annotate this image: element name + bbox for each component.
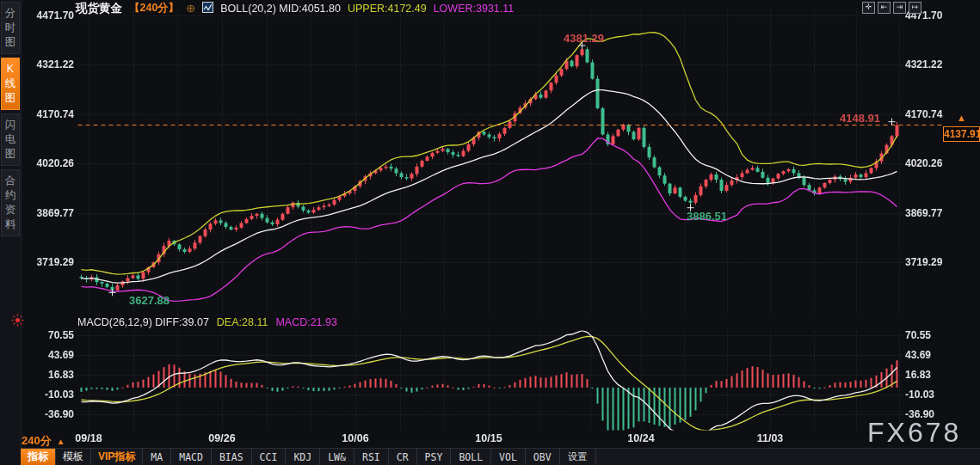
timeframe-label: 240分	[22, 433, 52, 449]
toolbar-button-1[interactable]: 指标	[21, 449, 56, 465]
indicator-button-[interactable]: 设置	[560, 449, 596, 465]
sidebar-tab-2[interactable]: K线图	[1, 58, 20, 110]
macd-header: MACD(26,12,9) DIFF:39.07 DEA:28.11 MACD:…	[77, 316, 337, 328]
main-y-tick-left: 4020.26	[26, 157, 74, 169]
x-axis-date: 09/18	[63, 432, 114, 444]
macd-y-tick-right: 70.55	[905, 329, 953, 341]
boll-upper-readout: UPPER:4172.49	[348, 3, 427, 15]
main-y-tick-left: 3869.77	[26, 207, 74, 219]
indicator-button-cr[interactable]: CR	[389, 449, 417, 465]
macd-y-tick-left: 16.83	[26, 369, 74, 381]
compress-x-tool-icon[interactable]: ⇤	[878, 2, 891, 14]
trough-price-annotation: 3886.51	[687, 210, 727, 223]
macd-y-tick-left: 43.69	[26, 349, 74, 361]
sidebar-tabs: 分时图K线图闪电图合约资料	[0, 2, 21, 236]
indicator-button-bias[interactable]: BIAS	[212, 449, 252, 465]
macd-dea-readout: DEA:28.11	[217, 316, 268, 328]
timeframe-arrow-icon: ▲	[57, 437, 65, 446]
timeframe-selector[interactable]: 240分 ▲	[22, 433, 65, 449]
toolbar-button-3[interactable]: VIP指标	[91, 449, 143, 465]
x-axis-date: 11/03	[744, 432, 796, 444]
macd-y-tick-left: -10.03	[26, 389, 74, 401]
indicator-button-psy[interactable]: PSY	[417, 449, 452, 465]
indicator-button-cci[interactable]: CCI	[252, 449, 287, 465]
chart-canvas[interactable]	[0, 0, 980, 465]
recent-high-annotation: 4148.91	[840, 112, 880, 125]
peak-price-annotation: 4381.29	[564, 32, 604, 45]
indicator-button-macd[interactable]: MACD	[171, 449, 212, 465]
sidebar: 分时图K线图闪电图合约资料	[0, 0, 22, 465]
macd-diff-readout: MACD(26,12,9) DIFF:39.07	[77, 316, 209, 328]
macd-y-tick-right: 43.69	[905, 349, 953, 361]
price-marker-icon: ▲	[957, 113, 966, 123]
x-axis-date: 10/15	[463, 432, 515, 444]
price-alert-icon[interactable]	[11, 314, 24, 330]
chart-tool-buttons: ✛⇤⇥↦	[862, 2, 921, 14]
macd-y-tick-right: -36.90	[905, 408, 953, 420]
main-y-tick-left: 4321.22	[26, 58, 74, 70]
boll-lower-readout: LOWER:3931.11	[434, 3, 515, 15]
indicator-button-lw[interactable]: LW&	[320, 449, 354, 465]
pan-right-tool-icon[interactable]: ↦	[909, 2, 921, 14]
main-y-tick-left: 4471.70	[26, 9, 74, 21]
boll-mid-readout: BOLL(20,2) MID:4051.80	[220, 3, 341, 15]
chart-header: 现货黄金 【240分】 ⊕ BOLL(20,2) MID:4051.80 UPP…	[76, 1, 514, 15]
mini-chart-icon	[202, 2, 213, 15]
sidebar-tab-3[interactable]: 闪电图	[1, 113, 20, 166]
watermark: FX678	[867, 417, 961, 449]
sidebar-tab-4[interactable]: 合约资料	[1, 169, 20, 236]
x-axis-date: 09/26	[196, 432, 248, 444]
indicator-button-vol[interactable]: VOL	[491, 449, 526, 465]
early-low-annotation: 3627.88	[129, 294, 169, 307]
main-y-tick-right: 4020.26	[905, 157, 953, 169]
main-y-tick-right: 4321.22	[905, 58, 953, 70]
indicator-button-rsi[interactable]: RSI	[354, 449, 389, 465]
crosshair-tool-icon[interactable]: ✛	[862, 2, 875, 14]
period-label[interactable]: 【240分】	[129, 1, 179, 15]
symbol-name: 现货黄金	[76, 1, 122, 16]
chart-app: 现货黄金 【240分】 ⊕ BOLL(20,2) MID:4051.80 UPP…	[0, 0, 980, 465]
main-y-tick-right: 4170.74	[905, 108, 953, 120]
expand-x-tool-icon[interactable]: ⇥	[893, 2, 906, 14]
indicator-button-boll[interactable]: BOLL	[451, 449, 491, 465]
sidebar-tab-1[interactable]: 分时图	[1, 2, 20, 54]
x-axis-date: 10/24	[615, 432, 667, 444]
indicator-button-kdj[interactable]: KDJ	[286, 449, 320, 465]
toolbar-button-2[interactable]: 模板	[56, 449, 91, 465]
x-axis-date: 10/06	[330, 432, 381, 444]
main-y-tick-right: 3869.77	[905, 207, 953, 219]
macd-bar-readout: MACD:21.93	[275, 316, 337, 328]
indicator-button-ma[interactable]: MA	[143, 449, 171, 465]
main-y-tick-left: 4170.74	[26, 108, 74, 120]
main-y-tick-right: 3719.29	[905, 256, 953, 268]
macd-y-tick-right: -10.03	[905, 389, 953, 401]
macd-y-tick-right: 16.83	[905, 369, 953, 381]
indicator-button-obv[interactable]: OBV	[526, 449, 560, 465]
compare-icon[interactable]: ⊕	[186, 2, 195, 15]
current-price-tag: 4137.91	[943, 126, 980, 142]
main-y-tick-left: 3719.29	[26, 256, 74, 268]
macd-y-tick-left: 70.55	[26, 329, 74, 341]
indicator-toolbar: 指标模板VIP指标MAMACDBIASCCIKDJLW&RSICRPSYBOLL…	[21, 448, 980, 465]
macd-y-tick-left: -36.90	[26, 408, 74, 420]
